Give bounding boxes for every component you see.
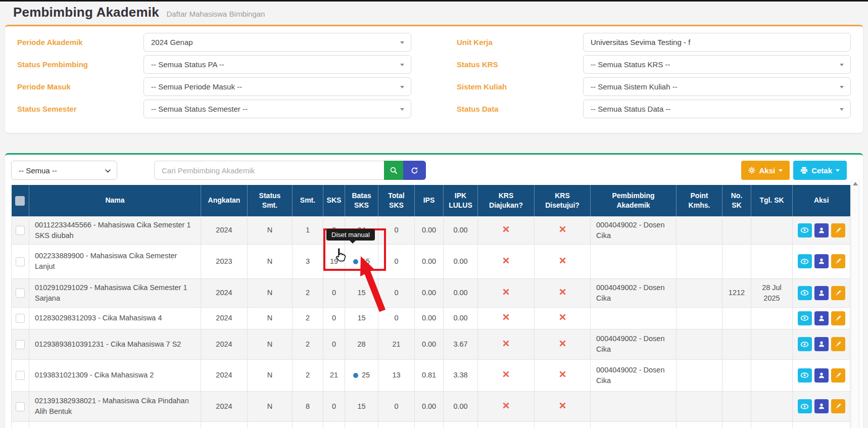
filter-select[interactable]: -- Semua Sistem Kuliah -- — [583, 77, 851, 96]
cell-tgl-sk — [751, 329, 793, 359]
filter-select-value: -- Semua Status KRS -- — [591, 60, 670, 69]
assign-advisor-button[interactable] — [814, 223, 829, 237]
cell-nama: 012830298312093 - Cika Mahasiswa 4 — [29, 307, 201, 329]
cell-angkatan: 2024 — [201, 391, 248, 421]
cell-ips: 0.00 — [415, 216, 444, 244]
filter-select[interactable]: -- Semua Periode Masuk -- — [143, 77, 411, 96]
assign-advisor-button[interactable] — [814, 399, 829, 413]
filter-select[interactable]: -- Semua Status Semester -- — [143, 100, 411, 118]
chevron-down-icon — [840, 86, 844, 88]
filter-select[interactable]: -- Semua Status KRS -- — [583, 55, 851, 74]
search-input[interactable] — [154, 161, 384, 180]
row-checkbox[interactable] — [16, 402, 25, 411]
view-button[interactable] — [798, 254, 812, 268]
cell-point-kmhs — [677, 421, 722, 428]
view-button[interactable] — [798, 223, 812, 237]
manual-dot-icon[interactable] — [353, 259, 358, 264]
aksi-button[interactable]: Aksi — [741, 161, 790, 180]
page-header: Pembimbing Akademik Daftar Mahasiswa Bim… — [0, 2, 868, 23]
aksi-button-label: Aksi — [759, 166, 775, 175]
refresh-button[interactable] — [403, 161, 426, 180]
row-checkbox[interactable] — [16, 257, 25, 266]
filter-select[interactable]: -- Semua Status Data -- — [583, 100, 851, 118]
filter-input-value[interactable] — [591, 38, 843, 46]
assign-advisor-button[interactable] — [814, 254, 829, 268]
filter-text-input[interactable] — [583, 33, 851, 52]
assign-advisor-button[interactable] — [814, 368, 829, 383]
cell-total-sks: 0 — [378, 307, 415, 329]
cell-nama: 01293893810391231 - Cika Mahasiswa 7 S2 — [29, 329, 201, 359]
filter-grid: Periode Akademik2024 GenapStatus Pembimb… — [17, 33, 851, 122]
cell-ips: 0.00 — [415, 244, 444, 278]
x-icon — [559, 371, 566, 377]
cell-no-sk — [722, 329, 751, 359]
scroll-up-icon[interactable] — [853, 182, 858, 185]
cell-krs-disetujui — [535, 329, 591, 359]
row-checkbox[interactable] — [16, 340, 25, 349]
select-all-checkbox[interactable] — [15, 196, 25, 206]
filter-select[interactable]: 2024 Genap — [143, 33, 411, 52]
scrollbar[interactable] — [851, 179, 859, 428]
cell-sks: 0 — [323, 391, 345, 421]
cell-no-sk: 1212 — [722, 278, 751, 307]
cell-batas-sks[interactable]: 25 — [345, 359, 378, 391]
row-checkbox[interactable] — [16, 371, 25, 380]
edit-button[interactable] — [831, 311, 845, 325]
person-icon — [818, 341, 825, 348]
row-select-cell — [12, 329, 29, 359]
cell-status-smt: N — [248, 307, 293, 329]
status-filter-select[interactable]: -- Semua -- — [11, 161, 117, 180]
edit-button[interactable] — [831, 223, 845, 237]
x-icon — [559, 402, 566, 409]
row-checkbox[interactable] — [16, 289, 25, 298]
edit-button[interactable] — [831, 399, 845, 413]
edit-button[interactable] — [831, 254, 845, 268]
eye-icon — [800, 289, 809, 297]
row-checkbox[interactable] — [16, 314, 25, 323]
cell-nama: 0193831021309 - Cika Mahasiswa 2 — [29, 359, 201, 391]
filter-row: Status KRS-- Semua Status KRS -- — [457, 55, 851, 74]
table-row: 012830298312093 - Cika Mahasiswa 42024N2… — [12, 307, 850, 329]
cell-batas-sks[interactable]: 15 — [345, 244, 378, 278]
view-button[interactable] — [798, 368, 812, 383]
cell-sks: 36 — [323, 421, 345, 428]
cell-total-sks: 0 — [378, 244, 415, 278]
cell-no-sk — [722, 421, 751, 428]
x-icon — [559, 226, 566, 232]
assign-advisor-button[interactable] — [814, 311, 829, 325]
cell-aksi — [793, 421, 850, 428]
assign-advisor-button[interactable] — [814, 286, 829, 300]
cell-pembimbing-akademik: 0004049002 - Dosen Cika — [591, 421, 677, 428]
x-icon — [559, 314, 566, 320]
filter-select[interactable]: -- Semua Status PA -- — [143, 55, 411, 74]
cell-ipk-lulus: 0.00 — [444, 307, 478, 329]
cell-status-smt: N — [248, 391, 293, 421]
cell-point-kmhs — [677, 391, 722, 421]
cetak-button[interactable]: Cetak — [793, 161, 847, 180]
select-all-header — [12, 185, 29, 216]
cell-no-sk — [722, 244, 751, 278]
gear-icon — [748, 167, 755, 174]
filter-label: Sistem Kuliah — [457, 82, 583, 91]
edit-button[interactable] — [831, 368, 845, 383]
column-header: Tgl. SK — [751, 185, 793, 216]
page-title: Pembimbing Akademik — [13, 4, 159, 21]
edit-button[interactable] — [831, 337, 845, 351]
cell-aksi — [793, 278, 850, 307]
table-row: 002233889900 - Mahasiswa Cika Semester L… — [12, 244, 850, 278]
edit-button[interactable] — [831, 286, 845, 300]
table-row: 02139823820983123 - Cika Mahasiswa S2202… — [12, 421, 850, 428]
cell-status-smt: N — [248, 216, 293, 244]
view-button[interactable] — [798, 399, 812, 413]
manual-dot-icon[interactable] — [353, 373, 358, 378]
search-button[interactable] — [384, 161, 403, 180]
assign-advisor-button[interactable] — [814, 337, 829, 351]
row-checkbox[interactable] — [16, 226, 25, 235]
cell-pembimbing-akademik — [591, 307, 677, 329]
view-button[interactable] — [798, 311, 812, 325]
view-button[interactable] — [798, 286, 812, 300]
cell-aksi — [793, 359, 850, 391]
view-button[interactable] — [798, 337, 812, 351]
cell-smt: 3 — [293, 244, 323, 278]
table-row: 0193831021309 - Cika Mahasiswa 22024N221… — [12, 359, 850, 391]
